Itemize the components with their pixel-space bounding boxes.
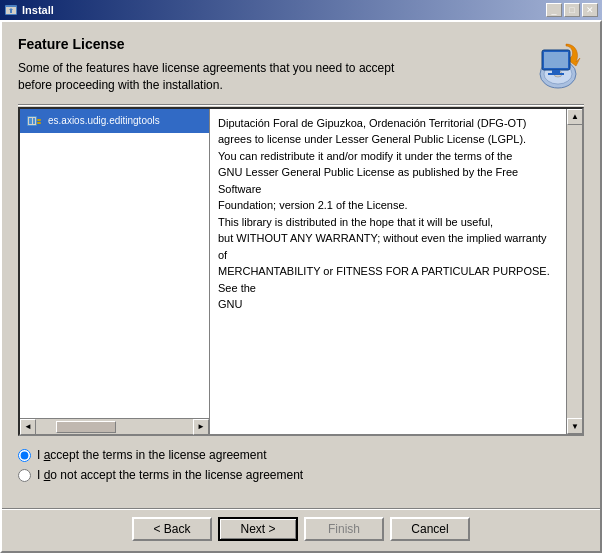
header-section: Feature License Some of the features hav… bbox=[18, 36, 584, 94]
svg-rect-13 bbox=[37, 119, 41, 121]
license-text-wrapper: Diputación Foral de Gipuzkoa, Ordenación… bbox=[210, 109, 582, 434]
radio-decline[interactable]: I do not accept the terms in the license… bbox=[18, 468, 584, 482]
radio-accept[interactable]: I accept the terms in the license agreem… bbox=[18, 448, 584, 462]
plugin-icon bbox=[26, 113, 42, 129]
radio-group: I accept the terms in the license agreem… bbox=[18, 448, 584, 488]
button-bar: < Back Next > Finish Cancel bbox=[2, 517, 600, 551]
finish-button[interactable]: Finish bbox=[304, 517, 384, 541]
license-text-scroll-container[interactable]: Diputación Foral de Gipuzkoa, Ordenación… bbox=[210, 109, 582, 434]
h-scroll-right-arrow[interactable]: ► bbox=[193, 419, 209, 435]
maximize-button[interactable]: □ bbox=[564, 3, 580, 17]
h-scroll-thumb[interactable] bbox=[56, 421, 116, 433]
radio-accept-label: I accept the terms in the license agreem… bbox=[37, 448, 266, 462]
svg-rect-7 bbox=[552, 70, 560, 73]
main-window: Feature License Some of the features hav… bbox=[0, 20, 602, 553]
app-icon bbox=[4, 3, 18, 17]
header-text: Feature License Some of the features hav… bbox=[18, 36, 518, 94]
v-scroll-track bbox=[567, 125, 582, 418]
radio-decline-label: I do not accept the terms in the license… bbox=[37, 468, 303, 482]
title-bar-left: Install bbox=[4, 3, 54, 17]
page-title: Feature License bbox=[18, 36, 518, 52]
title-bar-controls[interactable]: _ □ ✕ bbox=[546, 3, 598, 17]
install-icon bbox=[528, 36, 584, 92]
content-area: Feature License Some of the features hav… bbox=[2, 22, 600, 508]
minimize-button[interactable]: _ bbox=[546, 3, 562, 17]
license-panel: es.axios.udig.editingtools ◄ ► Diputació… bbox=[18, 107, 584, 436]
svg-rect-14 bbox=[37, 122, 41, 124]
radio-decline-input[interactable] bbox=[18, 469, 31, 482]
cancel-button[interactable]: Cancel bbox=[390, 517, 470, 541]
v-scroll-down-arrow[interactable]: ▼ bbox=[567, 418, 582, 434]
header-description: Some of the features have license agreem… bbox=[18, 60, 518, 94]
bottom-separator bbox=[2, 508, 600, 509]
feature-item-label: es.axios.udig.editingtools bbox=[48, 115, 160, 126]
license-text: Diputación Foral de Gipuzkoa, Ordenación… bbox=[210, 109, 566, 434]
radio-accept-input[interactable] bbox=[18, 449, 31, 462]
feature-h-scrollbar[interactable]: ◄ ► bbox=[20, 418, 209, 434]
v-scrollbar[interactable]: ▲ ▼ bbox=[566, 109, 582, 434]
v-scroll-up-arrow[interactable]: ▲ bbox=[567, 109, 582, 125]
feature-list[interactable]: es.axios.udig.editingtools bbox=[20, 109, 209, 418]
header-separator bbox=[18, 104, 584, 105]
feature-item[interactable]: es.axios.udig.editingtools bbox=[20, 109, 209, 133]
back-button[interactable]: < Back bbox=[132, 517, 212, 541]
svg-rect-6 bbox=[544, 52, 568, 68]
title-bar-title: Install bbox=[22, 4, 54, 16]
title-bar: Install _ □ ✕ bbox=[0, 0, 602, 20]
next-button[interactable]: Next > bbox=[218, 517, 298, 541]
feature-list-wrapper: es.axios.udig.editingtools ◄ ► bbox=[20, 109, 210, 434]
svg-rect-8 bbox=[548, 73, 564, 75]
svg-rect-12 bbox=[33, 118, 35, 124]
close-button[interactable]: ✕ bbox=[582, 3, 598, 17]
h-scroll-left-arrow[interactable]: ◄ bbox=[20, 419, 36, 435]
h-scroll-track bbox=[36, 421, 193, 433]
svg-rect-11 bbox=[29, 118, 32, 124]
